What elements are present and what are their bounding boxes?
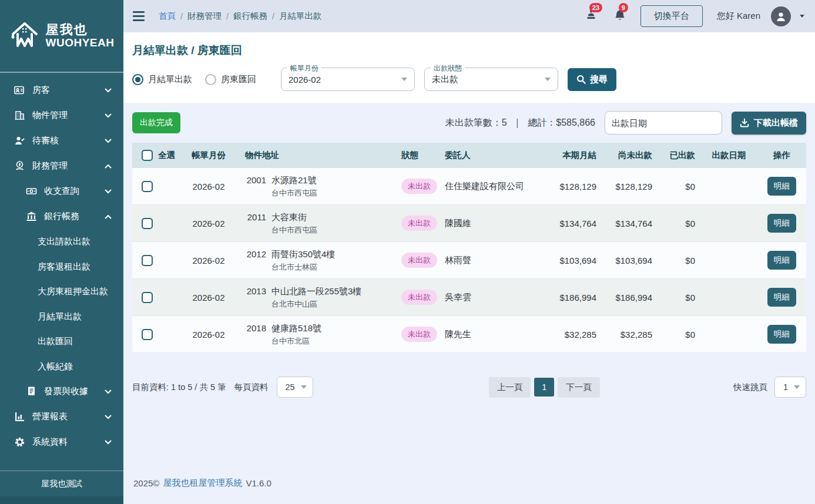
sidebar-item-cashflow-query[interactable]: 收支查詢 [0,179,123,204]
radio-label: 月結單出款 [148,74,192,85]
sidebar-item-label: 系統資料 [32,436,98,448]
sidebar-item-landlord-deposit-payout[interactable]: 大房東租押金出款 [0,279,123,304]
search-icon [576,75,586,84]
gear-icon [14,436,25,448]
payout-date-input[interactable] [612,118,729,128]
row-checkbox[interactable] [142,329,153,340]
breadcrumb-bank[interactable]: 銀行帳務 [233,11,267,22]
breadcrumb-separator: / [180,12,183,21]
stamp-icon[interactable]: 23 [584,8,598,24]
table-toolbar: 出款完成 未出款筆數：5 ｜ 總計：$585,866 下載出帳檔 [132,111,806,135]
header-client: 委託人 [441,150,552,161]
sidebar-item-system-data[interactable]: 系統資料 [0,429,123,455]
cell-unpaid: $128,129 [602,182,658,191]
prev-page-button[interactable]: 上一頁 [489,377,531,398]
bell-icon[interactable]: 9 [613,8,626,24]
chevron-down-icon [105,189,112,194]
tenant-name[interactable]: 屋我也測試 [0,471,123,496]
row-checkbox[interactable] [142,292,153,303]
radio-landlord-remit[interactable]: 房東匯回 [205,74,256,85]
status-badge: 未出款 [401,216,437,231]
address-street: 中山北路一段255號3樓 [271,284,361,298]
sidebar-item-monthly-statement-payout[interactable]: 月結單出款 [0,304,123,330]
row-checkbox[interactable] [142,218,153,229]
sidebar-item-tenants[interactable]: 房客 [0,78,123,103]
avatar[interactable] [771,6,791,26]
current-page-button[interactable]: 1 [534,378,554,397]
cell-month: 2026-02 [180,293,237,303]
row-checkbox[interactable] [142,181,153,192]
sidebar-item-finance[interactable]: 財務管理 [0,153,123,179]
cell-unpaid: $186,994 [602,293,658,303]
table-row: 2026-02 2011大容東街台中市西屯區 未出款 陳國維 $134,764 … [132,205,806,242]
header-month: 帳單月份 [180,150,237,161]
payout-status-select[interactable]: 出款狀態 未出款 [424,68,558,91]
sidebar-item-label: 銀行帳務 [44,211,98,222]
payout-status-label: 出款狀態 [431,63,465,73]
select-all-checkbox[interactable] [142,150,153,161]
breadcrumb-separator: / [226,12,229,21]
sidebar-bottom-edge [0,496,123,504]
cell-month: 2026-02 [180,182,237,191]
user-greeting: 您好 Karen [717,11,760,22]
avatar-caret-icon[interactable] [800,15,804,18]
detail-button[interactable]: 明細 [767,177,796,196]
download-icon [740,118,749,127]
cell-unpaid: $32,285 [602,330,658,340]
search-button-label: 搜尋 [590,74,608,85]
switch-platform-button[interactable]: 切換平台 [640,5,703,27]
payout-date-field[interactable] [605,111,722,135]
row-checkbox[interactable] [142,255,153,266]
property-code: 2011 [245,210,266,236]
chevron-down-icon [105,440,112,445]
tenant-icon [14,85,25,96]
cell-client: 林雨聲 [441,255,552,266]
breadcrumb-home[interactable]: 首頁 [159,11,176,22]
detail-button[interactable]: 明細 [767,325,796,344]
search-button[interactable]: 搜尋 [568,68,616,91]
detail-button[interactable]: 明細 [767,214,796,233]
hamburger-menu-icon[interactable] [133,11,145,21]
sidebar-item-operation-reports[interactable]: 營運報表 [0,404,123,429]
cell-month: 2026-02 [180,330,237,340]
breadcrumb-finance[interactable]: 財務管理 [187,11,222,22]
logo[interactable]: 屋我也 WUOHYEAH [0,0,123,73]
per-page-select[interactable]: 25 [277,377,313,398]
sidebar-item-deposit-records[interactable]: 入帳紀錄 [0,354,123,379]
download-button-label: 下載出帳檔 [754,117,798,129]
sidebar-item-expense-payout[interactable]: 支出請款出款 [0,229,123,254]
download-payout-file-button[interactable]: 下載出帳檔 [732,112,806,135]
chevron-down-icon [105,389,112,394]
app-window: 屋我也 WUOHYEAH 房客 物件管理 待審核 財務管理 [0,0,815,504]
header-unpaid: 尚未出款 [602,150,658,161]
sidebar-item-payout-remittance[interactable]: 出款匯回 [0,329,123,354]
radio-monthly-statement[interactable]: 月結單出款 [132,74,192,85]
cell-current: $128,129 [552,182,602,191]
billing-month-select[interactable]: 帳單月份 2026-02 [281,68,415,91]
detail-button[interactable]: 明細 [767,251,796,270]
person-check-icon [14,135,25,146]
address-street: 水源路21號 [271,173,317,187]
footer-system-link[interactable]: 屋我也租屋管理系統 [163,478,242,489]
sidebar-item-invoices-receipts[interactable]: 發票與收據 [0,379,123,404]
status-badge: 未出款 [401,253,437,268]
sidebar-item-bank-accounting[interactable]: 銀行帳務 [0,204,123,229]
cell-client: 陳國維 [441,218,552,229]
payout-complete-button[interactable]: 出款完成 [132,112,180,133]
quick-jump-label: 快速跳頁 [733,382,767,393]
footer-version: V1.6.0 [246,478,271,488]
sidebar-item-label: 房客 [32,85,98,96]
sidebar-menu: 房客 物件管理 待審核 財務管理 收支查詢 [0,73,123,471]
address-street: 健康路518號 [271,321,321,335]
next-page-button[interactable]: 下一頁 [558,377,600,398]
receipt-icon [26,386,37,397]
sidebar-item-pending-review[interactable]: 待審核 [0,128,123,153]
table-header-row: 全選 帳單月份 物件地址 狀態 委託人 本期月結 尚未出款 已出款 出款日期 操… [132,143,806,168]
sidebar-item-tenant-refund-payout[interactable]: 房客退租出款 [0,254,123,280]
detail-button[interactable]: 明細 [767,288,796,307]
page-title: 月結單出款 / 房東匯回 [132,43,806,58]
chevron-down-icon [545,78,551,81]
quick-jump-select[interactable]: 1 [774,377,806,398]
sidebar-item-label: 支出請款出款 [38,235,112,248]
sidebar-item-properties[interactable]: 物件管理 [0,103,123,128]
